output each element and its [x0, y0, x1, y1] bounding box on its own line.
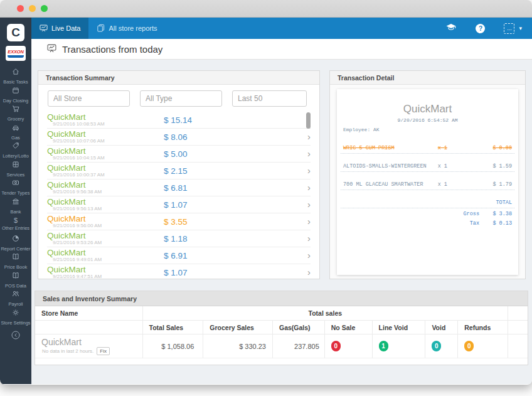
transaction-row[interactable]: QuickMart9/21/2016 9:53:26 AM $ 1.18 › — [47, 230, 311, 247]
sidebar-item-label: Grocery — [8, 116, 24, 122]
user-avatar-placeholder: ... — [504, 23, 514, 34]
void-cell: 0 — [425, 334, 458, 358]
empty-header-cell — [508, 321, 528, 334]
transaction-row[interactable]: QuickMart9/21/2016 10:04:15 AM $ 5.00 › — [47, 146, 311, 163]
sidebar-item-pos-data[interactable]: POS Data — [0, 270, 31, 289]
transaction-row-highlighted[interactable]: QuickMart9/21/2016 9:56:00 AM $ 3.55 › — [47, 213, 311, 230]
sidebar-item-label: Lottery/Lotto — [3, 153, 29, 159]
transaction-row[interactable]: QuickMart9/21/2016 9:47:51 AM $ 1.07 › — [47, 264, 311, 280]
transaction-row[interactable]: QuickMart9/21/2016 10:07:06 AM $ 8.06 › — [47, 129, 311, 146]
line-void-badge: 1 — [379, 341, 388, 351]
sidebar-nav: Basic Tasks Day Closing Grocery Gas Lott… — [0, 67, 31, 326]
sidebar-item-label: Tender Types — [2, 190, 30, 196]
minimize-button[interactable] — [29, 5, 36, 12]
sidebar-item-day-closing[interactable]: Day Closing — [0, 85, 31, 104]
transaction-time: 9/21/2016 9:56:13 AM — [47, 206, 164, 211]
refunds-badge: 0 — [464, 341, 474, 351]
column-header: No Sale — [325, 321, 373, 334]
store-name: QuickMart — [47, 147, 164, 156]
sidebar-item-other-entries[interactable]: $ Other Entries — [0, 215, 31, 233]
exxon-logo-text: EXXON — [8, 49, 23, 55]
chevron-left-circle-icon — [11, 331, 21, 342]
refunds-cell: 0 — [458, 334, 508, 358]
sidebar-item-label: Report Center — [1, 246, 30, 252]
limit-filter-input[interactable] — [232, 90, 307, 107]
sidebar-item-services[interactable]: Services — [0, 159, 31, 178]
chevron-right-icon: › — [307, 166, 311, 175]
chevron-right-icon: › — [307, 217, 311, 226]
sidebar-collapse-button[interactable] — [11, 330, 21, 343]
transaction-time: 9/21/2016 9:49:01 AM — [47, 257, 164, 262]
close-button[interactable] — [17, 5, 24, 12]
store-name: QuickMart — [47, 198, 164, 206]
sales-inventory-summary-panel: Sales and Inventory Summary Store Name T… — [35, 291, 528, 365]
transaction-amount: $ 1.07 — [164, 200, 188, 210]
sales-table-column-header-row: Total Sales Grocery Sales Gas(Gals) No S… — [35, 321, 528, 334]
reports-copy-icon — [97, 24, 105, 33]
store-filter-input[interactable] — [48, 90, 130, 107]
app-logo[interactable]: C — [7, 24, 24, 41]
receipt-store-name: QuickMart — [337, 89, 518, 115]
sidebar-item-bank[interactable]: Bank — [0, 196, 31, 215]
transaction-row[interactable]: QuickMart9/21/2016 9:56:38 AM $ 6.81 › — [47, 179, 311, 196]
sidebar-item-lottery[interactable]: Lottery/Lotto — [0, 141, 31, 159]
sidebar-item-label: Payroll — [9, 301, 23, 307]
tab-all-store-reports[interactable]: All store reports — [88, 18, 165, 39]
sidebar-item-label: Basic Tasks — [3, 79, 28, 85]
transaction-row[interactable]: QuickMart9/21/2016 10:00:37 AM $ 2.15 › — [47, 163, 311, 179]
user-menu[interactable]: ... ▾ — [504, 23, 522, 34]
transaction-amount: $ 6.91 — [164, 251, 188, 260]
sidebar-item-store-settings[interactable]: Store Settings — [0, 308, 31, 326]
scrollbar-thumb[interactable] — [306, 112, 311, 129]
receipt-divider — [341, 153, 514, 154]
store-name: QuickMart — [47, 164, 164, 173]
void-badge: 0 — [432, 341, 441, 351]
line-void-cell: 1 — [373, 334, 426, 358]
type-filter-input[interactable] — [140, 90, 222, 107]
cart-icon — [12, 104, 19, 115]
transaction-time: 9/21/2016 9:47:51 AM — [47, 274, 164, 279]
dollar-icon: $ — [14, 217, 18, 224]
transaction-row[interactable]: QuickMart9/21/2016 9:56:13 AM $ 1.07 › — [47, 196, 311, 213]
chevron-right-icon: › — [307, 149, 311, 158]
transaction-amount: $ 1.07 — [164, 268, 188, 277]
empty-header-cell — [508, 306, 528, 321]
transaction-time: 9/21/2016 10:00:37 AM — [47, 173, 164, 178]
transaction-row[interactable]: QuickMart9/21/2016 9:49:01 AM $ 6.91 › — [47, 247, 311, 264]
graduation-cap-icon[interactable] — [445, 23, 457, 34]
sidebar-item-payroll[interactable]: Payroll — [0, 289, 31, 308]
help-icon[interactable]: ? — [476, 24, 485, 33]
transaction-row[interactable]: QuickMart9/21/2016 10:08:53 AM $ 15.14 › — [47, 112, 311, 129]
chevron-right-icon: › — [307, 183, 311, 192]
transaction-time: 9/21/2016 9:56:38 AM — [47, 190, 164, 195]
no-sale-cell: 0 — [325, 334, 373, 358]
chevron-down-icon: ▾ — [519, 25, 522, 31]
sidebar-item-tender-types[interactable]: Tender Types — [0, 178, 31, 196]
store-name: QuickMart — [47, 130, 164, 139]
receipt-divider — [341, 171, 514, 172]
panel-title: Sales and Inventory Summary — [35, 291, 528, 306]
sidebar-item-gas[interactable]: Gas — [0, 122, 31, 141]
sidebar-item-basic-tasks[interactable]: Basic Tasks — [0, 67, 31, 85]
receipt-tax-line: Tax $ 0.13 — [337, 219, 518, 228]
column-header: Refunds — [458, 321, 508, 334]
sidebar-item-report-center[interactable]: Report Center — [0, 233, 31, 252]
total-sales-group-header: Total sales — [143, 306, 508, 321]
sidebar-item-price-book[interactable]: Price Book — [0, 252, 31, 270]
services-grid-icon — [12, 159, 19, 171]
sidebar-item-label: Gas — [11, 135, 20, 141]
transaction-time: 9/21/2016 10:07:06 AM — [47, 139, 164, 144]
gas-gals-value: 237.805 — [273, 334, 325, 358]
sidebar-item-grocery[interactable]: Grocery — [0, 104, 31, 122]
store-name: QuickMart — [47, 113, 164, 122]
fix-button[interactable]: Fix — [97, 347, 110, 355]
panel-title: Transaction Detail — [330, 71, 525, 85]
sidebar-item-label: Services — [7, 172, 25, 178]
tab-live-data[interactable]: Live Data — [31, 18, 88, 39]
store-name-header: Store Name — [35, 306, 143, 321]
exxon-logo[interactable]: EXXON — [6, 46, 26, 61]
transaction-amount: $ 15.14 — [164, 115, 192, 125]
store-name: QuickMart — [47, 215, 164, 223]
column-header: Void — [425, 321, 458, 334]
zoom-button[interactable] — [41, 5, 48, 12]
